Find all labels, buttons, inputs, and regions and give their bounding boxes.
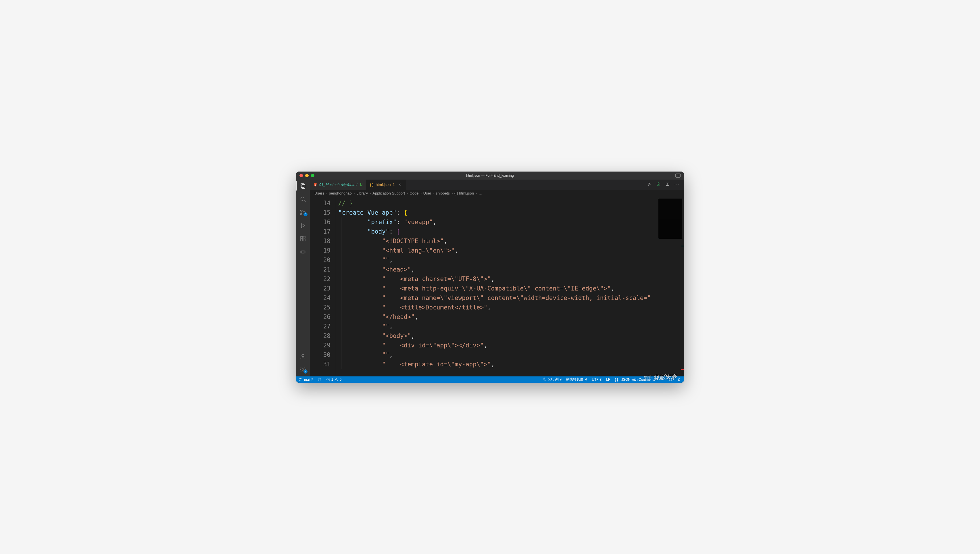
notifications-icon[interactable] — [677, 377, 681, 382]
svg-point-14 — [301, 252, 302, 252]
svg-point-19 — [657, 183, 660, 186]
svg-point-2 — [301, 197, 304, 200]
code-line: // } — [338, 199, 657, 208]
tab-close-icon[interactable]: ✕ — [398, 183, 402, 187]
svg-point-22 — [299, 378, 300, 379]
breadcrumb-segment[interactable]: User — [423, 191, 431, 196]
feedback-icon[interactable] — [668, 377, 673, 382]
chevron-right-icon: › — [452, 191, 453, 196]
scm-badge: 8 — [304, 212, 307, 217]
breadcrumb-segment[interactable]: snippets — [436, 191, 450, 196]
code-line: " <meta http-equiv=\"X-UA-Compatible\" c… — [341, 284, 657, 293]
svg-rect-9 — [301, 237, 302, 239]
code-line: "", — [341, 322, 657, 331]
code-line: " <meta name=\"viewport\" content=\"widt… — [341, 293, 657, 303]
code-line: "create Vue app": { — [338, 208, 657, 218]
eol[interactable]: LF — [606, 377, 610, 382]
breadcrumb-segment[interactable]: Library — [356, 191, 368, 196]
svg-point-29 — [661, 379, 662, 380]
editor[interactable]: 141516171819202122232425262728293031 // … — [310, 197, 684, 376]
live-server-icon[interactable] — [660, 377, 664, 382]
code-line: " <template id=\"my-app\">", — [341, 360, 657, 369]
editor-group: 01_Mustache语法.html U{ }html.json 1✕ ··· … — [310, 180, 684, 376]
more-icon[interactable]: ··· — [675, 182, 680, 187]
run-debug-icon[interactable] — [299, 222, 306, 229]
encoding[interactable]: UTF-8 — [592, 377, 601, 382]
cursor-position[interactable]: 行 53，列 9 — [544, 377, 562, 382]
account-icon[interactable] — [299, 353, 306, 360]
svg-point-5 — [301, 213, 302, 215]
svg-point-4 — [301, 210, 302, 211]
problems[interactable]: 1 0 — [326, 377, 341, 382]
chevron-right-icon: › — [353, 191, 355, 196]
tab-size[interactable]: 制表符长度: 4 — [566, 377, 587, 382]
breadcrumb-segment[interactable]: Application Support — [372, 191, 405, 196]
code-line: " <meta charset=\"UTF-8\">", — [341, 274, 657, 284]
code-line: "<html lang=\"en\">", — [341, 246, 657, 255]
settings-badge: 1 — [304, 369, 307, 374]
maximize-icon[interactable] — [311, 174, 314, 177]
code-line: "body": [ — [341, 227, 657, 237]
tab-git-status: U — [360, 183, 363, 187]
tab-bar: 01_Mustache语法.html U{ }html.json 1✕ ··· — [310, 180, 684, 190]
code-line: "", — [341, 255, 657, 265]
breadcrumb-segment[interactable]: Code — [409, 191, 418, 196]
breadcrumb-segment[interactable]: { } html.json — [454, 191, 474, 196]
activity-bar: 8 1 — [296, 180, 310, 376]
remote-icon[interactable] — [299, 248, 306, 255]
code-line: " <div id=\"app\"></div>", — [341, 341, 657, 350]
explorer-icon[interactable] — [299, 183, 306, 189]
tab-label: 01_Mustache语法.html — [319, 182, 357, 187]
chevron-right-icon: › — [420, 191, 421, 196]
vscode-window: html.json — Font-End_learning 8 — [296, 172, 684, 383]
split-editor-icon[interactable] — [665, 182, 670, 188]
run-icon[interactable] — [647, 182, 652, 188]
extensions-icon[interactable] — [299, 235, 306, 242]
breadcrumb[interactable]: Users›penghonghao›Library›Application Su… — [310, 190, 684, 197]
svg-rect-12 — [303, 236, 305, 238]
window-title: html.json — Font-End_learning — [296, 174, 684, 178]
branch-label: main* — [304, 377, 313, 382]
layout-toggle-icon[interactable] — [675, 174, 681, 178]
html5-icon — [313, 183, 317, 187]
settings-icon[interactable]: 1 — [299, 366, 306, 373]
tab[interactable]: { }html.json 1✕ — [366, 180, 406, 190]
sync-icon[interactable] — [318, 377, 321, 382]
code-line: "prefix": "vueapp", — [341, 218, 657, 227]
json-icon: { } — [370, 183, 374, 187]
chevron-right-icon: › — [407, 191, 408, 196]
svg-rect-11 — [303, 239, 305, 241]
source-control-icon[interactable]: 8 — [299, 209, 306, 216]
tab-label: html.json — [375, 183, 391, 187]
minimize-icon[interactable] — [305, 174, 309, 177]
svg-point-24 — [301, 379, 302, 379]
window-controls — [299, 174, 314, 177]
tab[interactable]: 01_Mustache语法.html U — [310, 180, 366, 190]
code-area[interactable]: // }"create Vue app": { "prefix": "vueap… — [336, 197, 657, 376]
breadcrumb-segment[interactable]: penghonghao — [329, 191, 352, 196]
code-line: " <title>Document</title>", — [341, 303, 657, 312]
minimap[interactable] — [657, 197, 684, 376]
search-icon[interactable] — [299, 196, 306, 202]
titlebar: html.json — Font-End_learning — [296, 172, 684, 180]
breadcrumb-segment[interactable]: ... — [479, 191, 482, 196]
svg-marker-18 — [648, 183, 651, 185]
tab-modified-count: 1 — [393, 183, 395, 187]
remote-status-icon[interactable] — [656, 182, 661, 188]
svg-point-32 — [671, 379, 671, 379]
git-branch[interactable]: main* — [299, 377, 313, 382]
svg-point-23 — [299, 380, 300, 381]
svg-point-31 — [670, 379, 670, 379]
code-line: "", — [341, 350, 657, 360]
svg-point-15 — [304, 252, 304, 252]
language-mode[interactable]: { } JSON with Comments — [615, 377, 655, 382]
breadcrumb-segment[interactable]: Users — [314, 191, 324, 196]
editor-actions: ··· — [643, 180, 684, 190]
warning-count: 0 — [339, 377, 341, 382]
code-line: "<!DOCTYPE html>", — [341, 237, 657, 246]
svg-line-3 — [304, 200, 305, 202]
svg-point-17 — [302, 369, 304, 370]
code-line: "<head>", — [341, 265, 657, 274]
close-icon[interactable] — [299, 174, 303, 177]
code-line: "<body>", — [341, 331, 657, 341]
